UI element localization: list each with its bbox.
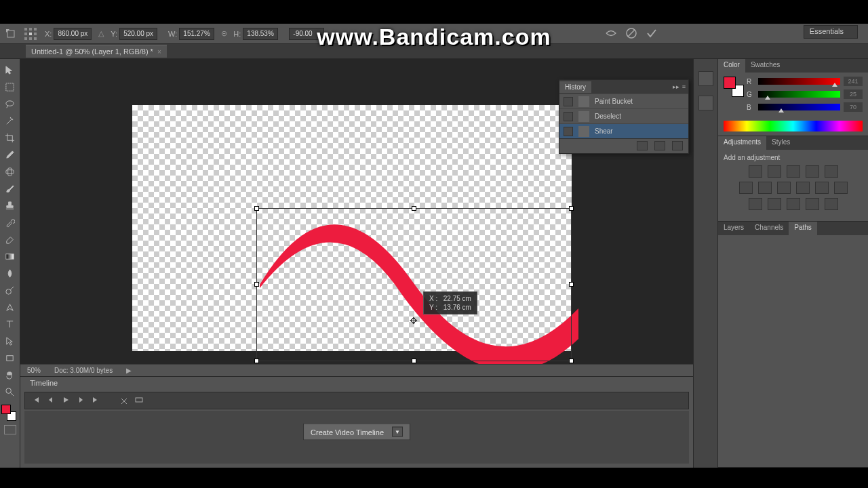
- y-input[interactable]: 520.00 px: [119, 28, 157, 40]
- g-value[interactable]: 25: [844, 89, 863, 99]
- h-input[interactable]: 138.53%: [243, 28, 278, 40]
- marquee-tool[interactable]: [1, 79, 19, 95]
- adj-icon[interactable]: [825, 165, 838, 178]
- handle-bottom-left[interactable]: [254, 359, 259, 363]
- adj-icon[interactable]: [787, 165, 800, 178]
- goto-first-icon[interactable]: [32, 394, 40, 407]
- prev-frame-icon[interactable]: [47, 394, 55, 407]
- adj-icon[interactable]: [777, 182, 791, 194]
- adj-icon[interactable]: [787, 198, 800, 210]
- adjustments-tab[interactable]: Adjustments: [718, 136, 766, 150]
- history-snapshot-icon[interactable]: [654, 141, 665, 150]
- history-item[interactable]: Deselect: [559, 108, 688, 123]
- handle-mid-right[interactable]: [569, 282, 574, 287]
- handle-mid-left[interactable]: [254, 282, 259, 287]
- history-menu-icon[interactable]: ≡: [682, 83, 686, 90]
- gradient-tool[interactable]: [1, 248, 19, 264]
- r-slider[interactable]: [758, 78, 840, 85]
- adj-icon[interactable]: [768, 165, 781, 178]
- adj-icon[interactable]: [796, 182, 810, 194]
- w-input[interactable]: 151.27%: [179, 28, 214, 40]
- commit-transform-icon[interactable]: [646, 27, 658, 41]
- adj-icon[interactable]: [815, 182, 829, 194]
- history-brush-tool[interactable]: [1, 214, 19, 230]
- split-icon[interactable]: [120, 394, 128, 407]
- path-select-tool[interactable]: [1, 333, 19, 349]
- eyedropper-tool[interactable]: [1, 146, 19, 163]
- adj-icon[interactable]: [739, 182, 753, 194]
- zoom-level[interactable]: 50%: [27, 367, 41, 374]
- collapsed-panel-icon[interactable]: [698, 71, 713, 86]
- move-tool[interactable]: [1, 62, 19, 78]
- handle-top-mid[interactable]: [412, 206, 416, 211]
- adj-icon[interactable]: [806, 165, 819, 178]
- b-value[interactable]: 70: [844, 102, 863, 112]
- history-item-checkbox[interactable]: [564, 97, 573, 106]
- anchor-grid-icon[interactable]: [20, 26, 41, 41]
- handle-bottom-mid[interactable]: [412, 359, 416, 363]
- fg-swatch[interactable]: [724, 77, 736, 89]
- document-canvas[interactable]: ✥ X : 22.75 cm Y : 13.76 cm: [132, 105, 572, 351]
- history-item[interactable]: Paint Bucket: [559, 94, 688, 108]
- x-input[interactable]: 860.00 px: [54, 28, 92, 40]
- history-new-doc-icon[interactable]: [637, 141, 648, 150]
- handle-top-left[interactable]: [254, 206, 259, 211]
- handle-top-right[interactable]: [569, 206, 574, 211]
- hand-tool[interactable]: [1, 367, 19, 383]
- history-collapse-icon[interactable]: ▸▸: [673, 83, 679, 90]
- adj-icon[interactable]: [806, 198, 819, 210]
- collapsed-panel-icon[interactable]: [698, 96, 713, 110]
- color-tab[interactable]: Color: [718, 59, 745, 73]
- angle-input[interactable]: -90.00: [289, 28, 324, 40]
- close-tab-icon[interactable]: ×: [157, 48, 161, 56]
- play-icon[interactable]: [62, 394, 70, 407]
- foreground-color[interactable]: [1, 405, 11, 414]
- adj-icon[interactable]: [825, 198, 838, 210]
- zoom-tool[interactable]: [1, 384, 19, 400]
- create-video-timeline-button[interactable]: Create Video Timeline ▼: [303, 424, 410, 441]
- status-play-icon[interactable]: ▶: [126, 367, 132, 374]
- crop-tool[interactable]: [1, 129, 19, 146]
- history-delete-icon[interactable]: [672, 141, 683, 150]
- transform-center-icon[interactable]: ✥: [410, 315, 418, 326]
- next-frame-icon[interactable]: [77, 394, 85, 407]
- history-item[interactable]: Shear: [559, 123, 688, 138]
- channels-tab[interactable]: Channels: [749, 222, 789, 235]
- quick-mask-toggle[interactable]: [4, 425, 16, 434]
- adj-icon[interactable]: [749, 198, 762, 210]
- history-tab[interactable]: History: [559, 81, 591, 93]
- wand-tool[interactable]: [1, 113, 19, 129]
- color-swatch-preview[interactable]: [724, 77, 741, 94]
- link-xy-icon[interactable]: △: [96, 28, 106, 39]
- workspace-select[interactable]: Essentials: [804, 25, 858, 39]
- transform-bounding-box[interactable]: ✥ X : 22.75 cm Y : 13.76 cm: [256, 208, 572, 361]
- cancel-transform-icon[interactable]: [625, 27, 637, 41]
- link-wh-icon[interactable]: ⊝: [218, 28, 229, 39]
- color-swatches[interactable]: [1, 405, 18, 421]
- dodge-tool[interactable]: [1, 282, 19, 298]
- g-slider[interactable]: [758, 91, 840, 98]
- r-value[interactable]: 241: [844, 77, 863, 86]
- goto-last-icon[interactable]: [92, 394, 100, 407]
- layers-tab[interactable]: Layers: [718, 222, 749, 235]
- create-btn-dropdown-icon[interactable]: ▼: [392, 427, 403, 437]
- lasso-tool[interactable]: [1, 96, 19, 112]
- adj-icon[interactable]: [749, 165, 762, 178]
- healing-tool[interactable]: [1, 163, 19, 180]
- stamp-tool[interactable]: [1, 197, 19, 214]
- history-item-checkbox[interactable]: [564, 112, 573, 121]
- shape-tool[interactable]: [1, 350, 19, 366]
- brush-tool[interactable]: [1, 180, 19, 197]
- transition-icon[interactable]: [135, 394, 143, 407]
- b-slider[interactable]: [758, 104, 840, 110]
- adj-icon[interactable]: [834, 182, 848, 194]
- type-tool[interactable]: [1, 316, 19, 332]
- swatches-tab[interactable]: Swatches: [745, 59, 785, 73]
- adj-icon[interactable]: [768, 198, 781, 210]
- history-item-checkbox[interactable]: [564, 127, 573, 136]
- styles-tab[interactable]: Styles: [766, 136, 795, 150]
- blur-tool[interactable]: [1, 265, 19, 281]
- eraser-tool[interactable]: [1, 231, 19, 247]
- pen-tool[interactable]: [1, 299, 19, 315]
- paths-tab[interactable]: Paths: [789, 222, 817, 235]
